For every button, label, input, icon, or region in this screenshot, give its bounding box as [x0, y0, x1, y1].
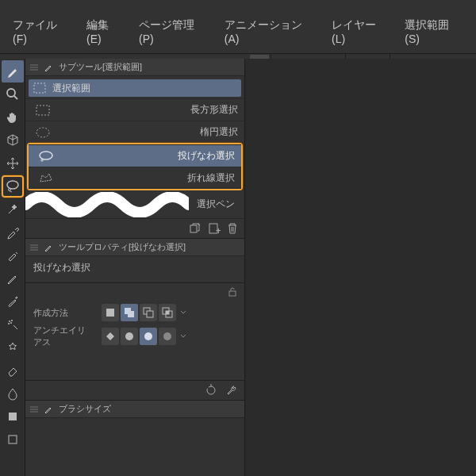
- svg-text:+: +: [216, 225, 221, 235]
- menu-page[interactable]: ページ管理(P): [131, 15, 217, 48]
- subtool-panel-header[interactable]: サブツール[選択範囲]: [25, 59, 244, 76]
- svg-point-14: [9, 321, 10, 322]
- blend-icon[interactable]: [2, 382, 24, 405]
- deco-icon[interactable]: [2, 336, 24, 359]
- trash-icon[interactable]: [227, 222, 238, 235]
- subtool-label: 折れ線選択: [187, 171, 235, 185]
- antialias-row: アンチエイリアス: [25, 324, 244, 348]
- airbrush-icon[interactable]: [2, 313, 24, 336]
- menu-file[interactable]: ファイル(F): [5, 15, 79, 48]
- grip-icon: [30, 244, 38, 251]
- work-area: サブツール[選択範囲] 選択範囲 長方形選択 楕円選択 投げなわ選択: [0, 59, 476, 476]
- svg-rect-19: [9, 436, 17, 443]
- brush-icon[interactable]: [2, 290, 24, 313]
- eraser-icon[interactable]: [2, 359, 24, 382]
- menu-layer[interactable]: レイヤー(L): [324, 15, 397, 48]
- canvas-area[interactable]: [245, 59, 476, 476]
- antialias-options: [102, 328, 189, 345]
- toolprop-actions: [25, 380, 244, 401]
- chevron-down-icon[interactable]: [178, 304, 189, 321]
- toolprop-body: 投げなわ選択: [25, 256, 244, 283]
- svg-rect-29: [106, 309, 114, 317]
- lasso-tool-icon[interactable]: [2, 175, 24, 198]
- subtool-title: サブツール[選択範囲]: [59, 61, 142, 73]
- svg-rect-20: [34, 83, 45, 93]
- fill-icon[interactable]: [2, 405, 24, 428]
- add-icon[interactable]: +: [208, 222, 221, 235]
- brush-icon: [43, 242, 54, 253]
- svg-point-39: [163, 332, 171, 340]
- subtool-lasso[interactable]: 投げなわ選択: [29, 144, 241, 167]
- method-label: 作成方法: [33, 307, 94, 319]
- svg-line-11: [14, 96, 17, 99]
- pencil2-icon[interactable]: [2, 267, 24, 290]
- wand-icon[interactable]: [2, 198, 24, 221]
- subtool-polyline[interactable]: 折れ線選択: [29, 167, 241, 189]
- menu-edit[interactable]: 編集(E): [79, 15, 131, 48]
- pen-icon[interactable]: [2, 244, 24, 267]
- move-icon[interactable]: [2, 152, 24, 175]
- svg-point-10: [7, 89, 15, 97]
- subtool-rect[interactable]: 長方形選択: [25, 98, 244, 121]
- grip-icon: [30, 64, 38, 71]
- duplicate-icon[interactable]: [189, 222, 202, 235]
- lasso-icon: [38, 150, 54, 163]
- cube-icon[interactable]: [2, 129, 24, 152]
- aa-weak-icon[interactable]: [121, 328, 138, 345]
- antialias-label: アンチエイリアス: [33, 324, 94, 348]
- svg-rect-25: [190, 225, 197, 232]
- dashed-rect-icon: [33, 83, 46, 94]
- svg-point-15: [11, 320, 13, 321]
- subtool-ellipse[interactable]: 楕円選択: [25, 121, 244, 143]
- method-subtract-icon[interactable]: [140, 304, 157, 321]
- brush-icon: [43, 404, 54, 415]
- svg-rect-21: [36, 106, 49, 115]
- svg-point-37: [125, 332, 133, 340]
- wave-preview: [25, 192, 189, 217]
- toolprop-panel-header[interactable]: ツールプロパティ[投げなわ選択]: [25, 239, 244, 256]
- method-add-icon[interactable]: [121, 304, 138, 321]
- category-item[interactable]: 選択範囲: [29, 79, 241, 97]
- placeholder-icon[interactable]: [2, 451, 24, 474]
- brushsize-panel-header[interactable]: ブラシサイズ: [25, 401, 244, 418]
- lock-icon[interactable]: [227, 286, 238, 298]
- eyedropper-icon[interactable]: [2, 221, 24, 244]
- toolprop-subtitle: 投げなわ選択: [33, 261, 236, 278]
- aa-mid-icon[interactable]: [140, 328, 157, 345]
- subtool-label: 長方形選択: [190, 103, 238, 117]
- svg-point-24: [41, 159, 43, 160]
- svg-point-23: [40, 152, 52, 159]
- svg-rect-28: [229, 291, 236, 296]
- menubar: ファイル(F) 編集(E) ページ管理(P) アニメーション(A) レイヤー(L…: [0, 0, 476, 53]
- panel-column: サブツール[選択範囲] 選択範囲 長方形選択 楕円選択 投げなわ選択: [25, 59, 245, 476]
- aa-strong-icon[interactable]: [159, 328, 176, 345]
- category-label: 選択範囲: [52, 82, 90, 95]
- svg-point-22: [36, 128, 49, 137]
- toolprop-title: ツールプロパティ[投げなわ選択]: [59, 241, 186, 253]
- menu-animation[interactable]: アニメーション(A): [217, 15, 324, 48]
- subtool-actions: +: [25, 219, 244, 239]
- method-new-icon[interactable]: [102, 304, 119, 321]
- hand-icon[interactable]: [2, 106, 24, 129]
- subtool-category: 選択範囲: [29, 79, 241, 97]
- toolbox: [0, 59, 25, 476]
- polyline-icon: [38, 172, 54, 183]
- method-row: 作成方法: [25, 301, 244, 324]
- aa-none-icon[interactable]: [102, 328, 119, 345]
- subtool-label: 選択ペン: [197, 198, 235, 211]
- svg-rect-33: [147, 311, 153, 317]
- method-intersect-icon[interactable]: [159, 304, 176, 321]
- chevron-down-icon[interactable]: [178, 328, 189, 345]
- wrench-icon[interactable]: [225, 384, 238, 397]
- menu-selection[interactable]: 選択範囲(S): [397, 15, 471, 48]
- method-options: [102, 304, 189, 321]
- brushsize-title: ブラシサイズ: [59, 403, 111, 415]
- bucket-icon[interactable]: [2, 428, 24, 451]
- brush-icon: [43, 62, 54, 73]
- highlighted-group: 投げなわ選択 折れ線選択: [27, 143, 243, 190]
- svg-rect-36: [166, 311, 169, 314]
- pencil-icon[interactable]: [2, 60, 24, 83]
- reset-icon[interactable]: [205, 384, 217, 397]
- magnifier-icon[interactable]: [2, 83, 24, 106]
- subtool-pen[interactable]: 選択ペン: [25, 190, 244, 219]
